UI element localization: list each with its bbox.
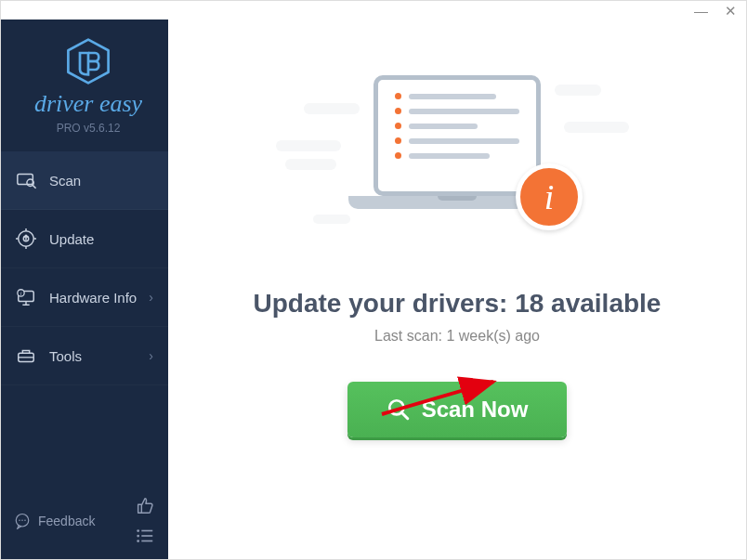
scan-now-button[interactable]: Scan Now — [347, 382, 568, 437]
minimize-button[interactable]: — — [694, 4, 708, 18]
feedback-button[interactable]: Feedback — [14, 513, 95, 529]
list-menu-icon[interactable] — [135, 526, 155, 546]
headline: Update your drivers: 18 available — [254, 289, 662, 319]
sidebar-item-label: Update — [49, 231, 94, 247]
svg-point-19 — [137, 535, 139, 538]
sidebar-item-update[interactable]: Update — [1, 210, 168, 268]
last-scan-text: Last scan: 1 week(s) ago — [374, 328, 540, 345]
brand-logo-icon — [63, 36, 113, 86]
sidebar-item-label: Scan — [49, 173, 81, 189]
svg-point-17 — [137, 529, 139, 532]
brand-name: driver easy — [34, 90, 142, 118]
chevron-right-icon: › — [149, 290, 153, 305]
sidebar-item-tools[interactable]: Tools › — [1, 327, 168, 385]
svg-line-24 — [401, 412, 408, 419]
logo-area: driver easy PRO v5.6.12 — [1, 20, 168, 151]
tools-icon — [16, 345, 36, 366]
svg-point-21 — [137, 540, 139, 542]
chat-icon — [14, 513, 31, 529]
svg-point-15 — [21, 520, 23, 522]
main-panel: i Update your drivers: 18 available Last… — [168, 20, 746, 559]
update-icon — [16, 228, 36, 249]
scan-icon — [16, 170, 36, 190]
sidebar-item-scan[interactable]: Scan — [1, 151, 168, 210]
sidebar-item-hardware-info[interactable]: i Hardware Info › — [1, 268, 168, 327]
scan-button-label: Scan Now — [422, 397, 529, 423]
sidebar-item-label: Hardware Info — [49, 290, 137, 306]
svg-line-3 — [33, 186, 35, 189]
close-button[interactable]: ✕ — [725, 4, 737, 18]
svg-point-14 — [19, 520, 20, 522]
search-icon — [387, 397, 411, 422]
hardware-info-icon: i — [16, 287, 36, 307]
sidebar-item-label: Tools — [49, 348, 82, 364]
feedback-label: Feedback — [38, 514, 95, 528]
headline-prefix: Update your drivers: — [254, 289, 516, 318]
svg-point-16 — [24, 520, 26, 522]
thumbs-up-icon[interactable] — [135, 496, 155, 516]
laptop-illustration: i — [332, 75, 583, 252]
chevron-right-icon: › — [149, 348, 153, 363]
available-count: 18 — [515, 289, 544, 318]
sidebar: driver easy PRO v5.6.12 Scan Upda — [1, 20, 168, 559]
brand-version: PRO v5.6.12 — [57, 122, 121, 135]
headline-suffix: available — [544, 289, 661, 318]
sidebar-footer: Feedback — [1, 485, 168, 559]
nav-menu: Scan Update i Hardware — [1, 151, 168, 485]
info-badge-icon: i — [516, 163, 583, 230]
